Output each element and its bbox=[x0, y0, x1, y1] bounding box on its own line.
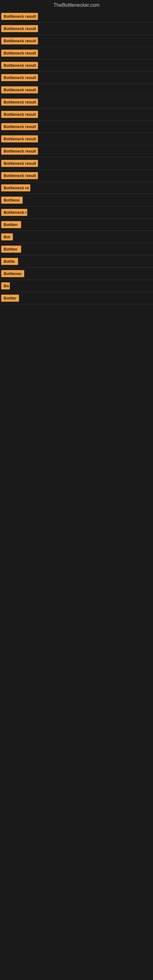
bottleneck-badge: Bottleneck result bbox=[1, 148, 38, 155]
bottleneck-badge: Bottleneck result bbox=[1, 99, 38, 106]
list-item[interactable]: Bottlene bbox=[0, 194, 153, 207]
bottleneck-badge: Bottle bbox=[1, 258, 18, 265]
site-title: TheBottlenecker.com bbox=[0, 0, 153, 10]
bottleneck-badge: Bottlen bbox=[1, 221, 21, 228]
list-item[interactable]: Bot bbox=[0, 231, 153, 243]
list-item[interactable]: Bottleneck result bbox=[0, 121, 153, 133]
bottleneck-badge: Bottlenec bbox=[1, 270, 24, 277]
list-item[interactable]: Bottler bbox=[0, 292, 153, 304]
bottleneck-badge: Bottleneck r bbox=[1, 209, 27, 216]
bottleneck-badge: Bottlene bbox=[1, 197, 22, 204]
site-title-text: TheBottlenecker.com bbox=[54, 2, 99, 8]
list-item[interactable]: Bottleneck result bbox=[0, 96, 153, 108]
list-item[interactable]: Bottleneck result bbox=[0, 133, 153, 145]
items-container: Bottleneck resultBottleneck resultBottle… bbox=[0, 10, 153, 304]
list-item[interactable]: Bo bbox=[0, 280, 153, 292]
list-item[interactable]: Bottle bbox=[0, 255, 153, 268]
list-item[interactable]: Bottleneck result bbox=[0, 108, 153, 121]
list-item[interactable]: Bottleneck result bbox=[0, 47, 153, 59]
bottleneck-badge: Bottleneck result bbox=[1, 37, 38, 45]
bottleneck-badge: Bottleneck result bbox=[1, 86, 38, 94]
bottleneck-badge: Bottleneck result bbox=[1, 172, 38, 179]
list-item[interactable]: Bottleneck result bbox=[0, 170, 153, 182]
list-item[interactable]: Bottleneck result bbox=[0, 84, 153, 96]
list-item[interactable]: Bottleneck result bbox=[0, 72, 153, 84]
list-item[interactable]: Bottlen bbox=[0, 243, 153, 255]
list-item[interactable]: Bottleneck re bbox=[0, 182, 153, 194]
bottleneck-badge: Bottleneck result bbox=[1, 135, 38, 142]
bottleneck-badge: Bottleneck re bbox=[1, 185, 30, 191]
list-item[interactable]: Bottlen bbox=[0, 219, 153, 231]
bottleneck-badge: Bottleneck result bbox=[1, 13, 38, 20]
bottleneck-badge: Bottleneck result bbox=[1, 111, 38, 118]
list-item[interactable]: Bottleneck result bbox=[0, 158, 153, 170]
list-item[interactable]: Bottleneck result bbox=[0, 23, 153, 35]
bottleneck-badge: Bottler bbox=[1, 294, 19, 302]
bottleneck-badge: Bottlen bbox=[1, 246, 21, 253]
list-item[interactable]: Bottleneck r bbox=[0, 207, 153, 219]
bottleneck-badge: Bottleneck result bbox=[1, 74, 38, 81]
bottleneck-badge: Bot bbox=[1, 233, 13, 240]
list-item[interactable]: Bottleneck result bbox=[0, 59, 153, 72]
list-item[interactable]: Bottleneck result bbox=[0, 35, 153, 47]
bottleneck-badge: Bottleneck result bbox=[1, 25, 38, 32]
bottleneck-badge: Bo bbox=[1, 282, 10, 290]
bottleneck-badge: Bottleneck result bbox=[1, 49, 38, 57]
bottleneck-badge: Bottleneck result bbox=[1, 123, 38, 130]
list-item[interactable]: Bottlenec bbox=[0, 268, 153, 280]
bottleneck-badge: Bottleneck result bbox=[1, 62, 38, 69]
bottleneck-badge: Bottleneck result bbox=[1, 160, 38, 167]
list-item[interactable]: Bottleneck result bbox=[0, 145, 153, 158]
list-item[interactable]: Bottleneck result bbox=[0, 10, 153, 23]
